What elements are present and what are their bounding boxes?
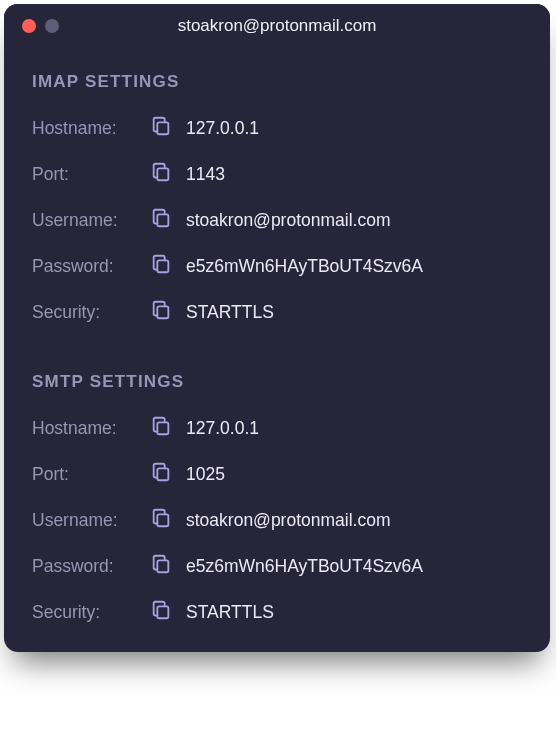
copy-icon [150, 461, 172, 487]
imap-hostname-value: 127.0.0.1 [186, 118, 259, 139]
smtp-port-label: Port: [32, 464, 150, 485]
smtp-password-label: Password: [32, 556, 150, 577]
imap-security-value: STARTTLS [186, 302, 274, 323]
imap-password-label: Password: [32, 256, 150, 277]
svg-rect-3 [157, 260, 168, 272]
svg-rect-8 [157, 560, 168, 572]
imap-password-row: Password: e5z6mWn6HAyTBoUT4Szv6A [32, 254, 522, 278]
svg-rect-1 [157, 168, 168, 180]
svg-rect-6 [157, 468, 168, 480]
imap-security-label: Security: [32, 302, 150, 323]
copy-icon [150, 253, 172, 279]
copy-smtp-password-button[interactable] [150, 554, 180, 578]
svg-rect-7 [157, 514, 168, 526]
copy-smtp-hostname-button[interactable] [150, 416, 180, 440]
smtp-hostname-value: 127.0.0.1 [186, 418, 259, 439]
smtp-heading: SMTP SETTINGS [32, 372, 522, 392]
copy-imap-username-button[interactable] [150, 208, 180, 232]
smtp-port-value: 1025 [186, 464, 225, 485]
imap-section: IMAP SETTINGS Hostname: 127.0.0.1 Port: [32, 72, 522, 324]
imap-heading: IMAP SETTINGS [32, 72, 522, 92]
traffic-lights [22, 19, 59, 33]
smtp-password-row: Password: e5z6mWn6HAyTBoUT4Szv6A [32, 554, 522, 578]
svg-rect-4 [157, 306, 168, 318]
imap-port-row: Port: 1143 [32, 162, 522, 186]
copy-icon [150, 299, 172, 325]
copy-icon [150, 415, 172, 441]
smtp-port-row: Port: 1025 [32, 462, 522, 486]
smtp-security-value: STARTTLS [186, 602, 274, 623]
smtp-hostname-row: Hostname: 127.0.0.1 [32, 416, 522, 440]
imap-hostname-label: Hostname: [32, 118, 150, 139]
imap-hostname-row: Hostname: 127.0.0.1 [32, 116, 522, 140]
copy-imap-security-button[interactable] [150, 300, 180, 324]
svg-rect-5 [157, 422, 168, 434]
copy-icon [150, 207, 172, 233]
smtp-security-label: Security: [32, 602, 150, 623]
imap-username-row: Username: stoakron@protonmail.com [32, 208, 522, 232]
smtp-password-value: e5z6mWn6HAyTBoUT4Szv6A [186, 556, 423, 577]
content: IMAP SETTINGS Hostname: 127.0.0.1 Port: [4, 48, 550, 652]
copy-icon [150, 553, 172, 579]
copy-smtp-username-button[interactable] [150, 508, 180, 532]
imap-security-row: Security: STARTTLS [32, 300, 522, 324]
imap-port-value: 1143 [186, 164, 225, 185]
smtp-username-label: Username: [32, 510, 150, 531]
minimize-window-button[interactable] [45, 19, 59, 33]
copy-icon [150, 161, 172, 187]
copy-icon [150, 599, 172, 625]
close-window-button[interactable] [22, 19, 36, 33]
settings-window: stoakron@protonmail.com IMAP SETTINGS Ho… [4, 4, 550, 652]
copy-smtp-security-button[interactable] [150, 600, 180, 624]
svg-rect-2 [157, 214, 168, 226]
copy-imap-hostname-button[interactable] [150, 116, 180, 140]
smtp-section: SMTP SETTINGS Hostname: 127.0.0.1 Port: [32, 372, 522, 624]
copy-imap-password-button[interactable] [150, 254, 180, 278]
copy-smtp-port-button[interactable] [150, 462, 180, 486]
copy-icon [150, 115, 172, 141]
copy-icon [150, 507, 172, 533]
imap-username-value: stoakron@protonmail.com [186, 210, 391, 231]
smtp-username-value: stoakron@protonmail.com [186, 510, 391, 531]
copy-imap-port-button[interactable] [150, 162, 180, 186]
svg-rect-9 [157, 606, 168, 618]
imap-password-value: e5z6mWn6HAyTBoUT4Szv6A [186, 256, 423, 277]
smtp-security-row: Security: STARTTLS [32, 600, 522, 624]
smtp-hostname-label: Hostname: [32, 418, 150, 439]
titlebar: stoakron@protonmail.com [4, 4, 550, 48]
window-title: stoakron@protonmail.com [178, 16, 377, 36]
imap-username-label: Username: [32, 210, 150, 231]
imap-port-label: Port: [32, 164, 150, 185]
smtp-username-row: Username: stoakron@protonmail.com [32, 508, 522, 532]
svg-rect-0 [157, 122, 168, 134]
